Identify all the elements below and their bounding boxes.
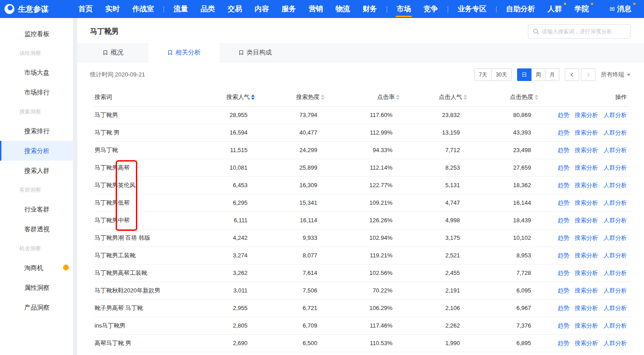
topnav-item[interactable]: 市场 bbox=[390, 0, 417, 18]
sidebar-item[interactable]: 客群透视 bbox=[0, 219, 73, 239]
topnav-item[interactable]: 实时 bbox=[99, 0, 126, 18]
sidebar-item[interactable]: 产品洞察 bbox=[0, 297, 73, 317]
action-crowd-analysis-link[interactable]: 人群分析 bbox=[603, 340, 627, 346]
action-crowd-analysis-link[interactable]: 人群分析 bbox=[603, 305, 627, 311]
topnav-item[interactable]: 业务专区 bbox=[451, 0, 493, 18]
topnav-item[interactable]: 财务 bbox=[356, 0, 383, 18]
action-search-analysis-link[interactable]: 搜索分析 bbox=[575, 252, 598, 259]
topnav-item[interactable]: 流量 bbox=[167, 0, 194, 18]
action-search-analysis-link[interactable]: 搜索分析 bbox=[575, 270, 598, 276]
action-search-analysis-link[interactable]: 搜索分析 bbox=[575, 112, 598, 118]
topnav-item[interactable]: 首页 bbox=[72, 0, 99, 18]
topnav-item[interactable]: 人群 bbox=[541, 0, 568, 18]
sidebar-item[interactable]: 搜索分析 bbox=[0, 141, 73, 161]
action-trend-link[interactable]: 趋势 bbox=[558, 305, 569, 311]
action-crowd-analysis-link[interactable]: 人群分析 bbox=[603, 217, 627, 224]
action-crowd-analysis-link[interactable]: 人群分析 bbox=[603, 322, 627, 329]
sort-icon[interactable] bbox=[321, 94, 324, 100]
sidebar-item[interactable]: 行业客群 bbox=[0, 199, 73, 219]
search-box[interactable] bbox=[528, 24, 630, 39]
action-trend-link[interactable]: 趋势 bbox=[558, 270, 569, 276]
tab[interactable]: 类目构成 bbox=[220, 43, 291, 62]
action-trend-link[interactable]: 趋势 bbox=[558, 234, 569, 241]
column-header[interactable]: 搜索人气 bbox=[212, 88, 255, 106]
action-trend-link[interactable]: 趋势 bbox=[558, 199, 569, 206]
tab[interactable]: 相关分析 bbox=[149, 43, 220, 62]
topnav-item[interactable]: ✉ 消息 bbox=[603, 0, 638, 18]
action-crowd-analysis-link[interactable]: 人群分析 bbox=[603, 112, 627, 118]
action-crowd-analysis-link[interactable]: 人群分析 bbox=[603, 270, 627, 276]
row-actions: 趋势搜索分析人群分析 bbox=[538, 247, 630, 264]
action-crowd-analysis-link[interactable]: 人群分析 bbox=[603, 287, 627, 294]
action-crowd-analysis-link[interactable]: 人群分析 bbox=[603, 182, 627, 189]
period-day-button[interactable]: 日 bbox=[517, 68, 531, 81]
action-search-analysis-link[interactable]: 搜索分析 bbox=[575, 322, 598, 329]
sort-icon[interactable] bbox=[535, 94, 538, 100]
column-header[interactable]: 点击热度 bbox=[467, 88, 538, 106]
range-30d-button[interactable]: 30天 bbox=[491, 68, 512, 81]
next-page-button[interactable] bbox=[581, 68, 595, 81]
action-crowd-analysis-link[interactable]: 人群分析 bbox=[603, 147, 627, 153]
sidebar-item[interactable]: 搜索排行 bbox=[0, 121, 73, 141]
action-search-analysis-link[interactable]: 搜索分析 bbox=[575, 199, 598, 206]
column-header[interactable]: 搜索热度 bbox=[255, 88, 324, 106]
sidebar-item[interactable]: 属性洞察 bbox=[0, 278, 73, 297]
action-trend-link[interactable]: 趋势 bbox=[558, 322, 569, 329]
click-popularity-cell: 5,131 bbox=[400, 176, 467, 194]
action-trend-link[interactable]: 趋势 bbox=[558, 287, 569, 294]
period-month-button[interactable]: 月 bbox=[545, 68, 559, 81]
action-trend-link[interactable]: 趋势 bbox=[558, 340, 569, 346]
action-crowd-analysis-link[interactable]: 人群分析 bbox=[603, 234, 627, 241]
terminal-filter-dropdown[interactable]: 所有终端 bbox=[601, 71, 630, 79]
sidebar-item[interactable]: 搜索人群 bbox=[0, 161, 73, 180]
action-search-analysis-link[interactable]: 搜索分析 bbox=[575, 164, 598, 171]
action-search-analysis-link[interactable]: 搜索分析 bbox=[575, 147, 598, 153]
column-header[interactable]: 操作 bbox=[538, 88, 630, 106]
action-search-analysis-link[interactable]: 搜索分析 bbox=[575, 129, 598, 136]
sidebar-item[interactable]: 市场排行 bbox=[0, 82, 73, 102]
action-trend-link[interactable]: 趋势 bbox=[558, 217, 569, 224]
topnav-item[interactable]: 营销 bbox=[302, 0, 329, 18]
action-trend-link[interactable]: 趋势 bbox=[558, 112, 569, 118]
action-search-analysis-link[interactable]: 搜索分析 bbox=[575, 182, 598, 189]
column-header[interactable]: 搜索词 bbox=[95, 88, 212, 106]
action-trend-link[interactable]: 趋势 bbox=[558, 252, 569, 259]
topnav-item[interactable]: 作战室 bbox=[126, 0, 160, 18]
prev-page-button[interactable] bbox=[565, 68, 579, 81]
sidebar-item[interactable]: 市场大盘 bbox=[0, 63, 73, 82]
topnav-item[interactable]: 交易 bbox=[221, 0, 248, 18]
action-crowd-analysis-link[interactable]: 人群分析 bbox=[603, 199, 627, 206]
action-crowd-analysis-link[interactable]: 人群分析 bbox=[603, 129, 627, 136]
topnav-item[interactable]: 竞争 bbox=[417, 0, 444, 18]
action-trend-link[interactable]: 趋势 bbox=[558, 147, 569, 153]
action-trend-link[interactable]: 趋势 bbox=[558, 164, 569, 171]
topnav-item[interactable]: 内容 bbox=[248, 0, 275, 18]
action-search-analysis-link[interactable]: 搜索分析 bbox=[575, 217, 598, 224]
sort-icon[interactable] bbox=[464, 94, 467, 100]
period-week-button[interactable]: 周 bbox=[531, 68, 545, 81]
topnav-item[interactable]: 物流 bbox=[329, 0, 356, 18]
topnav-item[interactable]: 服务 bbox=[275, 0, 302, 18]
topnav-item[interactable]: 学院 bbox=[568, 0, 595, 18]
column-header[interactable]: 点击率 bbox=[324, 88, 400, 106]
action-trend-link[interactable]: 趋势 bbox=[558, 129, 569, 136]
action-search-analysis-link[interactable]: 搜索分析 bbox=[575, 340, 598, 346]
action-trend-link[interactable]: 趋势 bbox=[558, 182, 569, 189]
topnav-item[interactable]: 自助分析 bbox=[500, 0, 541, 18]
action-search-analysis-link[interactable]: 搜索分析 bbox=[575, 234, 598, 241]
topnav-item[interactable]: 品类 bbox=[194, 0, 221, 18]
action-crowd-analysis-link[interactable]: 人群分析 bbox=[603, 252, 627, 259]
sort-icon[interactable] bbox=[396, 94, 400, 100]
action-crowd-analysis-link[interactable]: 人群分析 bbox=[603, 164, 627, 171]
column-header[interactable]: 点击人气 bbox=[400, 88, 467, 106]
range-7d-button[interactable]: 7天 bbox=[474, 68, 492, 81]
brand[interactable]: 生意参谋 bbox=[5, 4, 49, 14]
keyword-text: 马丁靴男低帮 bbox=[95, 199, 130, 206]
tab[interactable]: 概况 bbox=[77, 43, 149, 62]
sidebar-item[interactable]: 监控看板 bbox=[0, 24, 73, 44]
search-input[interactable] bbox=[542, 28, 626, 35]
sort-icon[interactable] bbox=[251, 94, 255, 100]
action-search-analysis-link[interactable]: 搜索分析 bbox=[575, 305, 598, 311]
action-search-analysis-link[interactable]: 搜索分析 bbox=[575, 287, 598, 294]
sidebar-item[interactable]: 淘商机 bbox=[0, 258, 73, 278]
